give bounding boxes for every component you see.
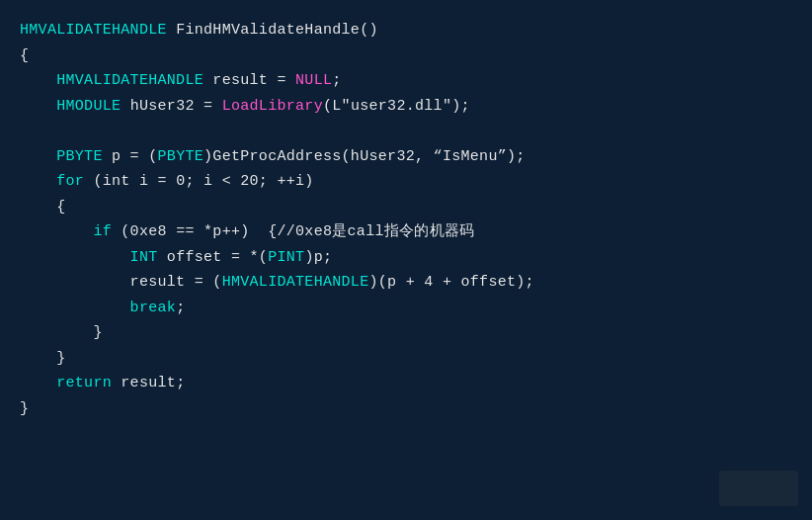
code-token: break: [20, 300, 176, 316]
code-token: NULL: [295, 72, 332, 89]
code-token: HMVALIDATEHANDLE: [20, 22, 167, 39]
code-token: }: [20, 324, 103, 341]
code-line: {: [20, 195, 792, 220]
code-token: INT: [20, 249, 158, 266]
code-token: (L"user32.dll");: [323, 98, 470, 115]
code-token: return: [20, 375, 112, 391]
code-token: result =: [203, 72, 295, 89]
code-token: LoadLibrary: [222, 98, 323, 115]
code-token: )(p + 4 + offset);: [368, 274, 533, 291]
code-block: HMVALIDATEHANDLE FindHMValidateHandle(){…: [20, 18, 792, 421]
code-line: result = (HMVALIDATEHANDLE)(p + 4 + offs…: [20, 270, 792, 296]
code-token: PBYTE: [20, 148, 103, 165]
code-token: FindHMValidateHandle(): [167, 22, 378, 39]
code-editor: HMVALIDATEHANDLE FindHMValidateHandle(){…: [0, 0, 812, 520]
code-line: HMVALIDATEHANDLE FindHMValidateHandle(): [20, 18, 792, 43]
code-line: if (0xe8 == *p++) {//0xe8是call指令的机器码: [20, 219, 792, 245]
code-line: return result;: [20, 371, 792, 396]
code-line: {: [20, 43, 792, 69]
code-token: ;: [176, 300, 185, 316]
code-token: p = (: [103, 148, 158, 165]
code-token: )GetProcAddress(hUser32, “IsMenu”);: [203, 148, 526, 165]
code-line: HMODULE hUser32 = LoadLibrary(L"user32.d…: [20, 94, 792, 120]
code-line: }: [20, 320, 792, 346]
code-token: HMODULE: [20, 98, 121, 115]
code-line: for (int i = 0; i < 20; ++i): [20, 169, 792, 195]
code-token: (0xe8 == *p++) {//0xe8是call指令的机器码: [112, 223, 475, 240]
code-token: ;: [332, 72, 341, 89]
code-token: HMVALIDATEHANDLE: [222, 274, 369, 291]
code-token: }: [20, 400, 29, 417]
code-token: }: [20, 350, 66, 367]
code-token: if: [20, 223, 112, 240]
code-token: HMVALIDATEHANDLE: [20, 72, 203, 89]
code-token: )p;: [304, 249, 332, 266]
watermark: [719, 471, 798, 506]
code-token: PINT: [268, 249, 304, 266]
code-token: offset = *(: [158, 249, 269, 266]
code-token: result;: [112, 375, 185, 391]
code-token: result = (: [20, 274, 222, 291]
code-line: }: [20, 396, 792, 422]
code-line: break;: [20, 296, 792, 321]
code-token: (int i = 0; i < 20; ++i): [84, 173, 314, 190]
code-line: }: [20, 346, 792, 372]
code-token: for: [20, 173, 84, 190]
code-line: INT offset = *(PINT)p;: [20, 245, 792, 271]
code-token: {: [20, 199, 66, 216]
code-token: PBYTE: [158, 148, 204, 165]
code-line: [20, 119, 792, 144]
code-token: {: [20, 47, 29, 64]
code-line: HMVALIDATEHANDLE result = NULL;: [20, 68, 792, 94]
code-token: hUser32 =: [121, 98, 221, 115]
code-line: PBYTE p = (PBYTE)GetProcAddress(hUser32,…: [20, 144, 792, 170]
